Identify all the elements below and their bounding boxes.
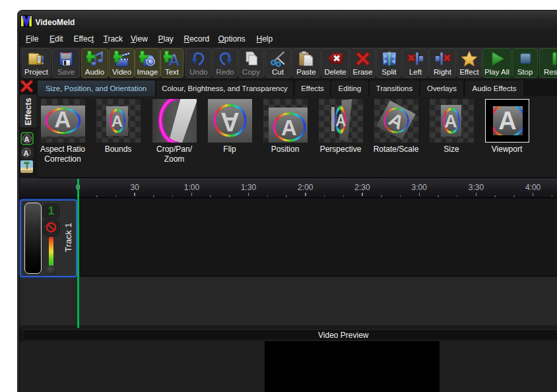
svg-text:A: A [168, 51, 180, 67]
